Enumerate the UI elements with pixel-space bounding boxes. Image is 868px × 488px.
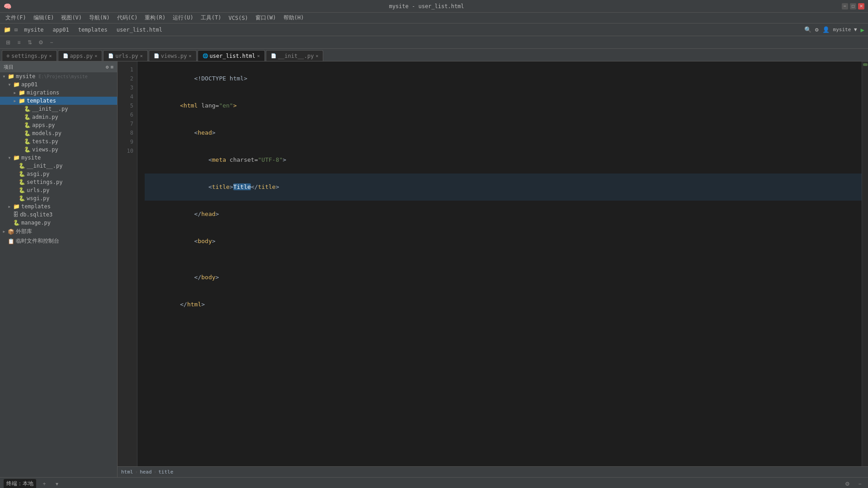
code-line-4: <meta charset="UTF-8">	[145, 146, 862, 174]
urls-tab-close[interactable]: ✕	[140, 53, 143, 58]
code-line-3: <head>	[145, 119, 862, 146]
menu-item-v[interactable]: 视图(V)	[57, 13, 85, 23]
menu-item-w[interactable]: 窗口(W)	[252, 13, 280, 23]
views-tab-icon: 📄	[154, 53, 159, 58]
tree-temp-files[interactable]: 📋 临时文件和控制台	[0, 236, 117, 246]
minimize-button[interactable]: −	[842, 3, 848, 9]
tree-wsgi[interactable]: 🐍 wsgi.py	[0, 194, 117, 202]
nav-account-icon[interactable]: 👤	[822, 26, 830, 33]
breadcrumb-head[interactable]: head	[140, 469, 152, 475]
user-list-tab-close[interactable]: ✕	[257, 53, 260, 58]
line-numbers: 1 2 3 4 5 6 7 8 9 10	[118, 61, 137, 466]
tab-init[interactable]: 📄 __init__.py ✕	[266, 50, 324, 61]
nav-bar: 📁 ⊞ mysite app01 templates user_list.htm…	[0, 23, 868, 36]
init-tab-close[interactable]: ✕	[316, 53, 318, 58]
maximize-button[interactable]: □	[850, 3, 856, 9]
sidebar-header: 项目 ⚙ ≡	[0, 61, 117, 72]
menu-item-c[interactable]: 代码(C)	[113, 13, 142, 23]
code-editor[interactable]: <!DOCTYPE html> <html lang="en"> <head> …	[137, 61, 862, 466]
settings-tab-close[interactable]: ✕	[49, 53, 52, 58]
nav-app01[interactable]: app01	[50, 26, 72, 34]
tab-views-label: views.py	[161, 53, 187, 59]
menu-item-t[interactable]: 工具(T)	[197, 13, 225, 23]
tree-views[interactable]: 🐍 views.py	[0, 145, 117, 154]
tree-app01[interactable]: ▼ 📁 app01	[0, 80, 117, 89]
apps-tab-close[interactable]: ✕	[94, 53, 97, 58]
breadcrumb-title[interactable]: title	[158, 469, 173, 475]
nav-mysite[interactable]: mysite	[21, 26, 46, 34]
close-button[interactable]: ✕	[858, 3, 864, 9]
tree-manage[interactable]: 🐍 manage.py	[0, 219, 117, 227]
tree-urls[interactable]: 🐍 urls.py	[0, 186, 117, 194]
right-gutter	[862, 61, 868, 466]
user-list-tab-icon: 🌐	[203, 53, 208, 58]
toolbar-sort[interactable]: ⇅	[25, 38, 34, 47]
tab-apps-label: apps.py	[70, 53, 93, 59]
terminal-minimize-icon[interactable]: −	[855, 479, 864, 488]
code-line-10: </html>	[145, 291, 862, 318]
menu-item-vcss[interactable]: VCS(S)	[225, 13, 252, 23]
tree-settings[interactable]: 🐍 settings.py	[0, 178, 117, 186]
apps-tab-icon: 📄	[63, 53, 68, 58]
terminal-tab-local[interactable]: 终端：本地	[4, 479, 36, 488]
menu-item-h[interactable]: 帮助(H)	[280, 13, 308, 23]
sidebar-project-label: 项目	[4, 64, 14, 70]
tab-urls[interactable]: 📄 urls.py ✕	[103, 50, 148, 61]
urls-tab-icon: 📄	[108, 53, 113, 58]
code-line-5: <title>Title</title>	[145, 174, 862, 201]
terminal-dropdown-button[interactable]: ▾	[52, 479, 61, 488]
tree-init-app01[interactable]: 🐍 __init__.py	[0, 105, 117, 113]
settings-tab-icon: ⚙	[7, 53, 9, 58]
menu-item-u[interactable]: 运行(U)	[169, 13, 197, 23]
menu-item-e[interactable]: 编辑(E)	[30, 13, 58, 23]
tree-apps[interactable]: 🐍 apps.py	[0, 121, 117, 129]
sidebar: 项目 ⚙ ≡ ▼ 📁 mysite E:\Projects\mysite ▼ 📁…	[0, 61, 118, 477]
nav-search-icon[interactable]: 🔍	[804, 26, 811, 33]
views-tab-close[interactable]: ✕	[189, 53, 192, 58]
tree-tests[interactable]: 🐍 tests.py	[0, 137, 117, 145]
tree-templates-app01[interactable]: ▶ 📁 templates	[0, 97, 117, 105]
tree-templates-root[interactable]: ▶ 📁 templates	[0, 202, 117, 211]
toolbar-settings[interactable]: ⚙	[36, 38, 45, 47]
sidebar-list-icon[interactable]: ≡	[110, 64, 113, 70]
tree-migrations[interactable]: ▶ 📁 migrations	[0, 89, 117, 97]
menu-item-f[interactable]: 文件(F)	[2, 13, 30, 23]
tree-db-sqlite3[interactable]: 🗄 db.sqlite3	[0, 211, 117, 219]
nav-settings-icon[interactable]: ⚙	[815, 26, 819, 33]
editor-breadcrumb: html › head › title	[118, 466, 868, 477]
toolbar-collapse[interactable]: −	[47, 38, 56, 47]
toolbar: ⊞ ≡ ⇅ ⚙ −	[0, 36, 868, 49]
tree-admin[interactable]: 🐍 admin.py	[0, 113, 117, 121]
sidebar-gear-icon[interactable]: ⚙	[106, 64, 109, 70]
tab-user-list-label: user_list.html	[210, 53, 255, 59]
menu-item-r[interactable]: 重构(R)	[141, 13, 169, 23]
menu-item-n[interactable]: 导航(N)	[85, 13, 113, 23]
tree-mysite-root[interactable]: ▼ 📁 mysite E:\Projects\mysite	[0, 72, 117, 80]
terminal-area: 终端：本地 + ▾ ⚙ − System check identified no…	[0, 477, 868, 488]
tree-models[interactable]: 🐍 models.py	[0, 129, 117, 137]
nav-run-button[interactable]: ▶	[861, 26, 864, 33]
nav-user-list[interactable]: user_list.html	[114, 26, 165, 34]
code-line-9: </body>	[145, 264, 862, 291]
terminal-header: 终端：本地 + ▾ ⚙ −	[0, 478, 868, 488]
breadcrumb-html[interactable]: html	[121, 469, 133, 475]
nav-mysite-dropdown[interactable]: mysite ▼	[833, 27, 857, 33]
tree-mysite-inner[interactable]: ▼ 📁 mysite	[0, 154, 117, 162]
tree-asgi[interactable]: 🐍 asgi.py	[0, 170, 117, 178]
tab-views[interactable]: 📄 views.py ✕	[149, 50, 197, 61]
tab-settings-label: settings.py	[11, 53, 47, 59]
code-line-7: <body>	[145, 228, 862, 255]
terminal-add-button[interactable]: +	[40, 479, 49, 488]
init-tab-icon: 📄	[271, 53, 276, 58]
tab-user-list[interactable]: 🌐 user_list.html ✕	[198, 50, 265, 61]
tree-external-libs[interactable]: ▶ 📦 外部库	[0, 227, 117, 236]
nav-templates[interactable]: templates	[75, 26, 110, 34]
tab-settings[interactable]: ⚙ settings.py ✕	[2, 50, 57, 61]
terminal-settings-icon[interactable]: ⚙	[843, 479, 852, 488]
nav-project-icon: 📁	[4, 26, 11, 33]
tab-apps[interactable]: 📄 apps.py ✕	[58, 50, 103, 61]
toolbar-list[interactable]: ≡	[14, 38, 24, 47]
tree-init-mysite[interactable]: 🐍 __init__.py	[0, 162, 117, 170]
toolbar-normalize[interactable]: ⊞	[4, 38, 13, 47]
code-line-2: <html lang="en">	[145, 92, 862, 119]
